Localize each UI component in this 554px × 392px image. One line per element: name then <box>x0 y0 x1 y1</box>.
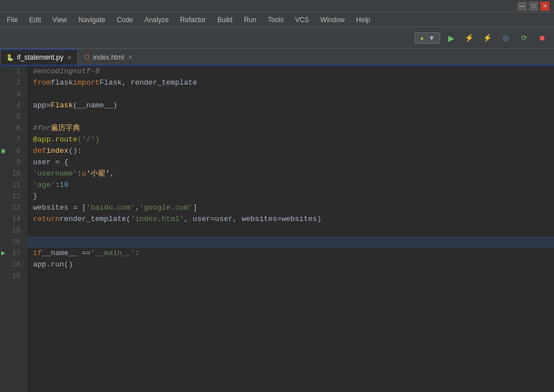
code-line-12[interactable]: } <box>27 191 554 202</box>
line-number-11: 11 <box>0 180 24 191</box>
menu-analyze[interactable]: Analyze <box>140 15 173 25</box>
bookmark-icon: ▣ <box>1 145 5 157</box>
line-number-14: 14 <box>0 214 24 225</box>
line-number-3: 3 <box>0 89 24 100</box>
line-number-13: 13 <box>0 202 24 214</box>
line-number-19: 19 <box>0 270 24 282</box>
menu-edit[interactable]: Edit <box>24 15 46 25</box>
menu-tools[interactable]: Tools <box>263 15 288 25</box>
code-line-8[interactable]: def index(): <box>27 145 554 157</box>
code-line-18[interactable]: app.run() <box>27 259 554 270</box>
menu-build[interactable]: Build <box>213 15 237 25</box>
code-line-4[interactable]: app = Flask(__name__) <box>27 100 554 111</box>
line-number-1: 1 <box>0 66 24 77</box>
menu-view[interactable]: View <box>48 15 72 25</box>
tab-label-index-html: index.html <box>93 53 124 61</box>
tab-bar: 🐍 if_statement.py ✕ ⬡ index.html ✕ <box>0 49 554 66</box>
code-line-7[interactable]: @app.route('/') <box>27 134 554 145</box>
line-number-6: 6 <box>0 123 24 134</box>
code-line-2[interactable]: from flask import Flask, render_template <box>27 77 554 89</box>
line-number-9: 9 <box>0 157 24 168</box>
code-line-13[interactable]: websites = ['baidu.com', 'google.com'] <box>27 202 554 214</box>
minimize-button[interactable]: — <box>518 2 527 11</box>
line-number-7: 7 <box>0 134 24 145</box>
html-file-icon: ⬡ <box>84 53 90 61</box>
run-button[interactable]: ▶ <box>444 31 458 45</box>
debug-button[interactable]: ⚡ <box>462 31 477 45</box>
code-line-5[interactable] <box>27 111 554 123</box>
code-editor[interactable]: #encoding=utf-8from flask import Flask, … <box>27 66 554 392</box>
code-line-6[interactable]: #for遍历字典 <box>27 123 554 134</box>
menu-file[interactable]: File <box>2 15 22 25</box>
menu-code[interactable]: Code <box>112 15 138 25</box>
line-number-10: 10 <box>0 168 24 180</box>
build-button[interactable]: ⟳ <box>516 31 531 45</box>
line-number-4: 4 <box>0 100 24 111</box>
run-configuration[interactable]: ● ▼ <box>415 32 440 44</box>
line-number-16: 16 <box>0 236 24 248</box>
tab-if-statement-py[interactable]: 🐍 if_statement.py ✕ <box>0 49 78 65</box>
line-number-15: 15 <box>0 225 24 236</box>
menu-window[interactable]: Window <box>316 15 349 25</box>
code-line-1[interactable]: #encoding=utf-8 <box>27 66 554 77</box>
line-number-12: 12 <box>0 191 24 202</box>
menu-run[interactable]: Run <box>239 15 261 25</box>
tab-close-if-statement[interactable]: ✕ <box>67 55 72 61</box>
editor-area: 1234567▣8910111213141516▶171819 #encodin… <box>0 66 554 392</box>
tab-index-html[interactable]: ⬡ index.html ✕ <box>78 49 139 65</box>
menu-help[interactable]: Help <box>352 15 375 25</box>
line-number-8: ▣8 <box>0 145 24 157</box>
code-line-9[interactable]: user = { <box>27 157 554 168</box>
line-number-2: 2 <box>0 77 24 89</box>
maximize-button[interactable]: □ <box>529 2 538 11</box>
code-line-15[interactable] <box>27 225 554 236</box>
code-line-10[interactable]: 'username': u'小翟', <box>27 168 554 180</box>
code-line-16[interactable] <box>27 236 554 248</box>
menu-vcs[interactable]: VCS <box>291 15 314 25</box>
line-number-17: ▶17 <box>0 248 24 259</box>
title-bar: — □ ✕ <box>0 0 554 12</box>
line-number-18: 18 <box>0 259 24 270</box>
close-button[interactable]: ✕ <box>540 2 549 11</box>
tab-close-index-html[interactable]: ✕ <box>128 54 133 60</box>
code-line-11[interactable]: 'age': 18 <box>27 180 554 191</box>
run-config-icon: ● <box>420 35 424 41</box>
code-line-14[interactable]: return render_template('index.html', use… <box>27 214 554 225</box>
line-number-gutter: 1234567▣8910111213141516▶171819 <box>0 66 27 392</box>
menu-refactor[interactable]: Refactor <box>176 15 210 25</box>
line-number-5: 5 <box>0 111 24 123</box>
profile-button[interactable]: ◎ <box>498 31 513 45</box>
run-config-dropdown-icon: ▼ <box>428 34 435 42</box>
code-line-3[interactable] <box>27 89 554 100</box>
coverage-button[interactable]: ⚡ <box>480 31 495 45</box>
code-line-17[interactable]: if __name__ == '__main__': <box>27 248 554 259</box>
toolbar: ● ▼ ▶ ⚡ ⚡ ◎ ⟳ ■ <box>0 27 554 49</box>
stop-button[interactable]: ■ <box>535 31 549 45</box>
window-controls: — □ ✕ <box>518 2 549 11</box>
menu-bar: File Edit View Navigate Code Analyze Ref… <box>0 12 554 27</box>
python-file-icon: 🐍 <box>6 54 14 61</box>
menu-navigate[interactable]: Navigate <box>74 15 110 25</box>
code-line-19[interactable] <box>27 270 554 282</box>
tab-label-if-statement: if_statement.py <box>17 53 63 61</box>
arrow-icon: ▶ <box>1 248 5 259</box>
